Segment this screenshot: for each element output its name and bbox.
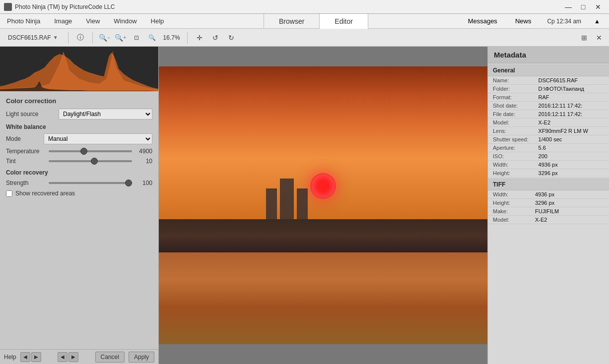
show-recovered-checkbox[interactable]	[6, 190, 12, 197]
meta-label-folder: Folder:	[488, 85, 534, 93]
toolbar-separator-1	[68, 32, 68, 44]
tiff-metadata-table: Width: 4936 px Height: 3296 px Make: FUJ…	[488, 190, 609, 224]
zoom-actual-button[interactable]: 🔍	[145, 31, 159, 45]
photo-buildings	[266, 188, 308, 223]
show-recovered-label[interactable]: Show recovered areas	[15, 190, 75, 197]
mode-row: Mode ManualAutoCustom	[6, 133, 152, 144]
general-section-header: General	[488, 64, 609, 76]
next-image-button[interactable]: ▶	[68, 352, 78, 362]
zoom-fit-button[interactable]: ⊡	[130, 31, 143, 45]
zoom-level: 16.7%	[161, 34, 182, 41]
menu-help[interactable]: Help	[144, 14, 171, 28]
building-2	[280, 179, 294, 223]
meta-row-iso: ISO: 200	[488, 152, 609, 161]
help-button[interactable]: Help	[4, 354, 16, 361]
light-source-select[interactable]: Daylight/FlashDaylightFlashCloudyShadeTu…	[59, 109, 152, 120]
meta-value-filedate: 2016:12:11 17:42:	[534, 110, 609, 119]
time-display: Cp 12:34 am	[542, 18, 586, 25]
minimize-button[interactable]: —	[561, 0, 575, 14]
prev-panel-button[interactable]: ◀	[20, 352, 30, 362]
strength-slider-container	[49, 179, 132, 187]
light-source-label: Light source	[6, 111, 56, 118]
tint-value: 10	[135, 158, 152, 165]
meta-value-height: 3296 px	[534, 169, 609, 178]
meta-row-width: Width: 4936 px	[488, 161, 609, 169]
meta-row-lens: Lens: XF90mmF2 R LM W	[488, 127, 609, 135]
photo-sun	[310, 173, 336, 199]
meta-value-name: DSCF6615.RAF	[534, 76, 609, 85]
cancel-button[interactable]: Cancel	[95, 352, 125, 363]
meta-value-width: 4936 px	[534, 161, 609, 169]
meta-label-iso: ISO:	[488, 152, 534, 161]
photo-background	[159, 66, 487, 344]
info-button[interactable]: ⓘ	[73, 31, 87, 45]
photo-water	[159, 252, 487, 344]
view-toggle: ⊞ ✕	[577, 31, 606, 45]
temperature-slider[interactable]	[49, 150, 132, 152]
meta-value-folder: D:\ФОТО\Таиланд	[534, 85, 609, 93]
image-nav-arrows: ◀ ▶	[58, 352, 78, 362]
metadata-header: Metadata	[488, 47, 609, 63]
apply-button[interactable]: Apply	[129, 352, 154, 363]
nav-arrows: ◀ ▶	[20, 352, 41, 362]
expand-button[interactable]: ▲	[590, 18, 604, 25]
app-title: Photo Ninja (TM) by PictureCode LLC	[15, 3, 115, 10]
split-view-button[interactable]: ⊞	[577, 31, 591, 45]
menu-view[interactable]: View	[79, 14, 107, 28]
maximize-button[interactable]: □	[576, 0, 590, 14]
mode-select[interactable]: ManualAutoCustom	[44, 133, 152, 144]
tint-row: Tint 10	[6, 157, 152, 165]
meta-label-shutter: Shutter speed:	[488, 135, 534, 144]
crosshair-button[interactable]: ✛	[193, 31, 206, 45]
menu-photo-ninja[interactable]: Photo Ninja	[0, 14, 47, 28]
right-panel: Metadata General Name: DSCF6615.RAF Fold…	[487, 47, 609, 364]
meta-row-name: Name: DSCF6615.RAF	[488, 76, 609, 85]
meta-value-format: RAF	[534, 93, 609, 102]
nav-tabs: Browser Editor	[171, 14, 461, 29]
close-panel-button[interactable]: ✕	[592, 31, 606, 45]
tiff-label-width: Width:	[488, 190, 530, 199]
next-panel-button[interactable]: ▶	[31, 352, 41, 362]
file-dropdown-icon[interactable]: ▼	[53, 35, 58, 40]
center-area[interactable]	[159, 47, 487, 364]
tiff-row-model: Model: X-E2	[488, 216, 609, 224]
strength-slider[interactable]	[49, 182, 132, 184]
tiff-value-model: X-E2	[530, 216, 609, 224]
meta-row-format: Format: RAF	[488, 93, 609, 102]
tiff-section-header: TIFF	[488, 179, 609, 190]
zoom-in-button[interactable]: 🔍+	[114, 31, 128, 45]
controls-panel: Color correction Light source Daylight/F…	[0, 91, 158, 349]
meta-value-shotdate: 2016:12:11 17:42:	[534, 102, 609, 110]
tiff-value-height: 3296 px	[530, 199, 609, 207]
menu-image[interactable]: Image	[47, 14, 79, 28]
menubar: Photo Ninja Image View Window Help Brows…	[0, 14, 609, 29]
histogram	[0, 47, 158, 91]
meta-label-format: Format:	[488, 93, 534, 102]
prev-image-button[interactable]: ◀	[58, 352, 68, 362]
tint-slider[interactable]	[49, 160, 132, 162]
meta-label-aperture: Aperture:	[488, 144, 534, 152]
photo-horizon	[159, 219, 487, 252]
white-balance-title: White balance	[6, 123, 152, 130]
tab-browser[interactable]: Browser	[264, 14, 320, 29]
bottom-right: Cancel Apply	[95, 352, 154, 363]
rotate-right-button[interactable]: ↻	[224, 31, 238, 45]
meta-value-aperture: 5.6	[534, 144, 609, 152]
tint-label: Tint	[6, 158, 46, 165]
titlebar: Photo Ninja (TM) by PictureCode LLC — □ …	[0, 0, 609, 14]
meta-row-model: Model: X-E2	[488, 119, 609, 127]
temperature-row: Temperature 4900	[6, 147, 152, 155]
zoom-out-button[interactable]: 🔍−	[98, 31, 112, 45]
tab-editor[interactable]: Editor	[320, 14, 368, 29]
meta-label-filedate: File date:	[488, 110, 534, 119]
strength-value: 100	[135, 180, 152, 186]
rotate-left-button[interactable]: ↺	[208, 31, 222, 45]
menu-window[interactable]: Window	[107, 14, 143, 28]
news-button[interactable]: News	[508, 14, 539, 29]
main-area: Color correction Light source Daylight/F…	[0, 47, 609, 364]
meta-value-model: X-E2	[534, 119, 609, 127]
close-button[interactable]: ✕	[591, 0, 605, 14]
messages-button[interactable]: Messages	[461, 14, 504, 29]
tiff-row-make: Make: FUJIFILM	[488, 207, 609, 216]
titlebar-left: Photo Ninja (TM) by PictureCode LLC	[4, 3, 115, 11]
